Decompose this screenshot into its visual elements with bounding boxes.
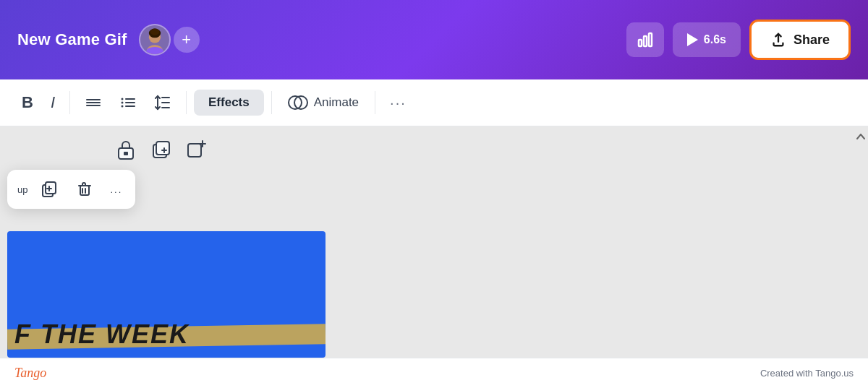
add-frame-button[interactable] [187,139,207,162]
more-options-button[interactable]: ··· [383,89,414,117]
copy-button[interactable] [38,177,62,202]
align-button[interactable] [77,88,109,117]
effects-button[interactable]: Effects [194,90,264,116]
toolbar: B I [0,79,868,126]
footer-credit: Created with Tango.us [760,368,854,379]
line-height-icon [154,94,171,111]
above-toolbar [116,138,207,163]
svg-rect-7 [644,36,647,46]
italic-button[interactable]: I [43,87,62,118]
copy-add-button[interactable] [150,139,172,163]
separator-3 [271,91,272,114]
play-button[interactable]: 6.6s [673,22,741,57]
separator-1 [69,91,70,114]
add-collaborator-button[interactable]: + [174,27,200,53]
floating-toolbar: up ... [7,170,135,209]
lock-button[interactable] [116,138,136,163]
svg-point-16 [122,102,124,104]
line-height-button[interactable] [147,88,179,117]
svg-rect-26 [156,142,169,155]
floating-more-button[interactable]: ... [107,181,125,198]
list-button[interactable] [112,88,144,117]
scroll-up-indicator[interactable] [856,132,865,141]
svg-rect-8 [649,33,652,46]
avatar[interactable] [139,24,171,56]
animate-button[interactable]: Animate [279,88,367,117]
project-title: New Game Gif [17,30,127,49]
add-frame-icon [187,139,207,160]
svg-rect-29 [188,144,201,157]
canvas-text: F THE WEEK [7,316,197,358]
align-icon [85,94,102,111]
avatar-container: + [139,24,200,56]
footer: Tango Created with Tango.us [0,358,868,388]
top-bar: New Game Gif + [0,0,868,79]
lock-icon [116,138,136,161]
copy-add-icon [150,139,172,160]
share-label: Share [793,33,830,48]
trash-icon [75,180,94,199]
header-actions: 6.6s Share [626,20,851,60]
list-icon [119,94,137,111]
separator-4 [375,91,375,114]
canvas-area: up ... F TH [0,126,868,358]
animate-icon [288,94,308,111]
copy-icon [41,180,59,199]
more-label: ··· [390,95,407,111]
svg-rect-24 [124,152,128,155]
analytics-button[interactable] [626,22,664,57]
scroll-up-icon [856,134,865,139]
brand-logo: Tango [14,366,46,381]
italic-label: I [51,93,55,112]
bold-button[interactable]: B [14,87,41,118]
share-icon [770,32,786,48]
analytics-icon [637,31,654,48]
share-button[interactable]: Share [749,20,851,60]
svg-point-17 [122,105,124,108]
separator-2 [186,91,187,114]
play-icon [687,33,698,46]
svg-point-15 [122,98,124,100]
canvas-image: F THE WEEK [7,231,326,358]
floating-more-label: ... [110,184,122,195]
delete-button[interactable] [72,177,97,202]
svg-rect-6 [639,40,642,46]
play-duration: 6.6s [704,33,726,46]
svg-point-3 [150,29,159,35]
group-label: up [17,184,27,195]
effects-label: Effects [208,95,250,109]
animate-label: Animate [314,95,359,110]
bold-label: B [22,93,33,112]
